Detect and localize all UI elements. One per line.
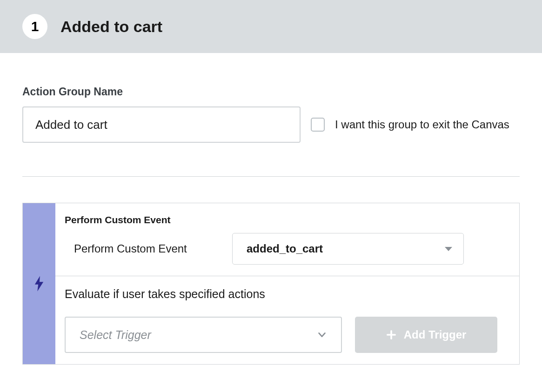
lightning-icon xyxy=(34,276,44,292)
step-number: 1 xyxy=(31,19,39,34)
caret-down-icon xyxy=(445,247,452,251)
trigger-row: Select Trigger Add Trigger xyxy=(65,317,510,353)
add-trigger-label: Add Trigger xyxy=(404,328,467,341)
step-number-badge: 1 xyxy=(22,14,47,39)
step-header: 1 Added to cart xyxy=(0,0,542,53)
custom-event-section: Perform Custom Event Perform Custom Even… xyxy=(55,203,519,276)
name-row: I want this group to exit the Canvas xyxy=(22,106,520,143)
add-trigger-button[interactable]: Add Trigger xyxy=(355,317,497,353)
select-trigger-dropdown[interactable]: Select Trigger xyxy=(65,317,342,353)
evaluate-label: Evaluate if user takes specified actions xyxy=(65,287,510,301)
custom-event-dropdown[interactable]: added_to_cart xyxy=(232,233,464,265)
section-divider xyxy=(22,176,520,177)
step-title: Added to cart xyxy=(60,18,162,36)
action-group-name-input[interactable] xyxy=(22,106,301,143)
exit-canvas-checkbox-label[interactable]: I want this group to exit the Canvas xyxy=(335,118,509,131)
custom-event-selected-value: added_to_cart xyxy=(247,242,323,255)
chevron-down-icon xyxy=(317,330,327,340)
event-body: Perform Custom Event Perform Custom Even… xyxy=(55,203,519,364)
event-card: Perform Custom Event Perform Custom Even… xyxy=(22,203,520,365)
content-area: Action Group Name I want this group to e… xyxy=(0,53,542,383)
exit-canvas-checkbox-wrap: I want this group to exit the Canvas xyxy=(311,118,509,132)
custom-event-row-label: Perform Custom Event xyxy=(74,242,204,255)
custom-event-row: Perform Custom Event added_to_cart xyxy=(65,233,510,265)
custom-event-heading: Perform Custom Event xyxy=(65,214,510,226)
event-accent-bar xyxy=(23,203,55,364)
evaluate-section: Evaluate if user takes specified actions… xyxy=(55,276,519,364)
exit-canvas-checkbox[interactable] xyxy=(311,118,325,132)
select-trigger-placeholder: Select Trigger xyxy=(80,328,151,342)
action-group-name-label: Action Group Name xyxy=(22,86,520,98)
action-group-name-section: Action Group Name I want this group to e… xyxy=(22,86,520,143)
plus-icon xyxy=(386,330,396,340)
